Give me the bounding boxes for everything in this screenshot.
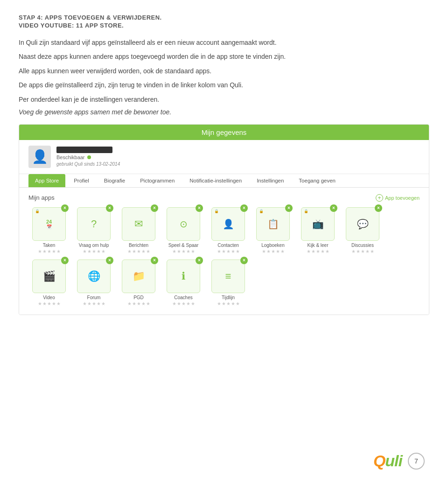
remove-contacten-button[interactable]: × <box>240 204 248 212</box>
app-label-kijk-leer: Kijk & leer <box>307 243 328 248</box>
app-discussies: × 💬 Discussies ★★★★★ <box>342 207 383 254</box>
bottom-logo-area: Quli 7 <box>373 452 425 470</box>
user-info-row: 👤 Beschikbaar gebruikt Quli sinds 13-02-… <box>19 140 429 174</box>
body-paragraph-2: Naast deze apps kunnen andere apps toege… <box>19 51 429 62</box>
app-label-pgd: PGD <box>133 295 144 300</box>
tab-toegang-geven[interactable]: Toegang geven <box>292 174 342 187</box>
apps-row-1: × 🔒 24 📅 Taken ★★★★★ × ? <box>28 207 420 254</box>
lock-icon: 🔒 <box>35 209 40 213</box>
app-tijdlijn: × ≡ Tijdlijn ★★★★★ <box>208 260 249 306</box>
app-icon-pgd: × 📁 <box>122 260 155 293</box>
app-icon-berichten: × ✉ <box>122 207 155 241</box>
stars-tijdlijn: ★★★★★ <box>217 301 240 306</box>
tab-app-store[interactable]: App Store <box>28 174 65 187</box>
app-label-vraag-om-hulp: Vraag om hulp <box>79 243 109 248</box>
body-paragraph-5: Per onderdeel kan je de instellingen ver… <box>19 94 429 105</box>
beschikbaar-label: Beschikbaar <box>56 154 85 160</box>
app-icon-speel-spaar: × ⊙ <box>167 207 200 241</box>
remove-forum-button[interactable]: × <box>106 257 113 264</box>
beschikbaar-row: Beschikbaar <box>56 154 120 160</box>
user-icon: 👤 <box>32 149 48 164</box>
mijn-apps-label: Mijn apps <box>28 194 55 201</box>
add-app-button[interactable]: + App toevoegen <box>376 194 420 202</box>
tab-profiel[interactable]: Profiel <box>67 174 96 187</box>
app-label-berichten: Berichten <box>129 243 148 248</box>
stars-logboeken: ★★★★★ <box>262 249 285 254</box>
app-label-taken: Taken <box>43 243 56 248</box>
lock-icon-logboeken: 🔒 <box>259 209 264 213</box>
app-label-logboeken: Logboeken <box>261 243 285 248</box>
app-icon-tijdlijn: × ≡ <box>211 260 245 293</box>
app-store-content: Mijn apps + App toevoegen × 🔒 24 📅 Take <box>19 188 429 315</box>
remove-tijdlijn-button[interactable]: × <box>240 257 248 264</box>
app-video: × 🎬 Video ★★★★★ <box>28 260 70 306</box>
app-kijk-leer: × 🔒 📺 Kijk & leer ★★★★★ <box>297 207 338 254</box>
app-icon-video: × 🎬 <box>32 260 66 293</box>
italic-text: Voeg de gewenste apps samen met de bewon… <box>19 108 429 116</box>
app-icon-vraag-om-hulp: × ? <box>77 207 111 241</box>
title-line2: VIDEO YOUTUBE: 11 APP STORE. <box>19 22 429 29</box>
remove-logboeken-button[interactable]: × <box>285 204 293 212</box>
remove-coaches-button[interactable]: × <box>196 257 203 264</box>
app-icon-taken: × 🔒 24 📅 <box>32 207 66 241</box>
remove-pgd-button[interactable]: × <box>151 257 158 264</box>
lock-icon-contacten: 🔒 <box>214 209 219 213</box>
stars-video: ★★★★★ <box>38 301 61 306</box>
remove-vraag-om-hulp-button[interactable]: × <box>106 204 113 212</box>
stars-taken: ★★★★★ <box>38 249 61 254</box>
app-label-discussies: Discussies <box>351 243 374 248</box>
lock-icon-kijk-leer: 🔒 <box>304 209 308 213</box>
remove-berichten-button[interactable]: × <box>151 204 158 212</box>
user-name-redacted <box>56 147 112 153</box>
app-logboeken: × 🔒 📋 Logboeken ★★★★★ <box>252 207 294 254</box>
stars-pgd: ★★★★★ <box>127 301 150 306</box>
body-paragraph-4: De apps die geïnstalleerd zijn, zijn ter… <box>19 80 429 90</box>
remove-taken-button[interactable]: × <box>61 204 69 212</box>
nav-tabs-row: App Store Profiel Biografie Pictogrammen… <box>19 174 429 188</box>
stars-vraag-om-hulp: ★★★★★ <box>83 249 105 254</box>
tab-biografie[interactable]: Biografie <box>98 174 132 187</box>
app-vraag-om-hulp: × ? Vraag om hulp ★★★★★ <box>73 207 114 254</box>
app-icon-forum: × 🌐 <box>77 260 111 293</box>
stars-kijk-leer: ★★★★★ <box>307 249 329 254</box>
plus-icon: + <box>376 194 383 202</box>
add-app-label: App toevoegen <box>385 195 420 201</box>
tab-instellingen[interactable]: Instellingen <box>250 174 290 187</box>
remove-video-button[interactable]: × <box>61 257 69 264</box>
gebruiker-since: gebruikt Quli sinds 13-02-2014 <box>56 161 120 167</box>
remove-kijk-leer-button[interactable]: × <box>330 204 337 212</box>
title-line1: STAP 4: APPS TOEVOEGEN & VERWIJDEREN. <box>19 14 429 21</box>
app-icon-discussies: × 💬 <box>346 207 379 241</box>
remove-speel-spaar-button[interactable]: × <box>196 204 203 212</box>
mijn-apps-header: Mijn apps + App toevoegen <box>28 194 420 202</box>
mockup-header-bar: Mijn gegevens <box>19 125 429 140</box>
stars-berichten: ★★★★★ <box>127 249 150 254</box>
tab-pictogrammen[interactable]: Pictogrammen <box>133 174 181 187</box>
app-icon-contacten: × 🔒 👤 <box>211 207 245 241</box>
page-number: 7 <box>408 453 425 470</box>
app-speel-spaar: × ⊙ Speel & Spaar ★★★★★ <box>163 207 204 254</box>
app-pgd: × 📁 PGD ★★★★★ <box>118 260 159 306</box>
app-label-coaches: Coaches <box>174 295 192 300</box>
status-dot <box>87 155 91 159</box>
app-coaches: × ℹ Coaches ★★★★★ <box>163 260 204 306</box>
avatar: 👤 <box>28 146 51 168</box>
app-contacten: × 🔒 👤 Contacten ★★★★★ <box>208 207 249 254</box>
apps-row-2: × 🎬 Video ★★★★★ × 🌐 Forum <box>28 260 420 306</box>
remove-discussies-button[interactable]: × <box>375 204 382 212</box>
mockup-container: Mijn gegevens 👤 Beschikbaar gebruikt Qul… <box>19 124 429 315</box>
app-taken: × 🔒 24 📅 Taken ★★★★★ <box>28 207 70 254</box>
app-label-video: Video <box>43 295 55 300</box>
app-label-contacten: Contacten <box>217 243 239 248</box>
app-label-speel-spaar: Speel & Spaar <box>168 243 199 248</box>
app-berichten: × ✉ Berichten ★★★★★ <box>118 207 159 254</box>
app-icon-kijk-leer: × 🔒 📺 <box>301 207 335 241</box>
user-details: Beschikbaar gebruikt Quli sinds 13-02-20… <box>56 147 120 167</box>
tab-notificatie-instellingen[interactable]: Notificatie-instellingen <box>183 174 248 187</box>
stars-forum: ★★★★★ <box>83 301 105 306</box>
app-label-tijdlijn: Tijdlijn <box>222 295 235 300</box>
stars-speel-spaar: ★★★★★ <box>172 249 195 254</box>
quli-logo: Quli <box>373 452 402 470</box>
app-label-forum: Forum <box>87 295 101 300</box>
app-icon-logboeken: × 🔒 📋 <box>256 207 290 241</box>
